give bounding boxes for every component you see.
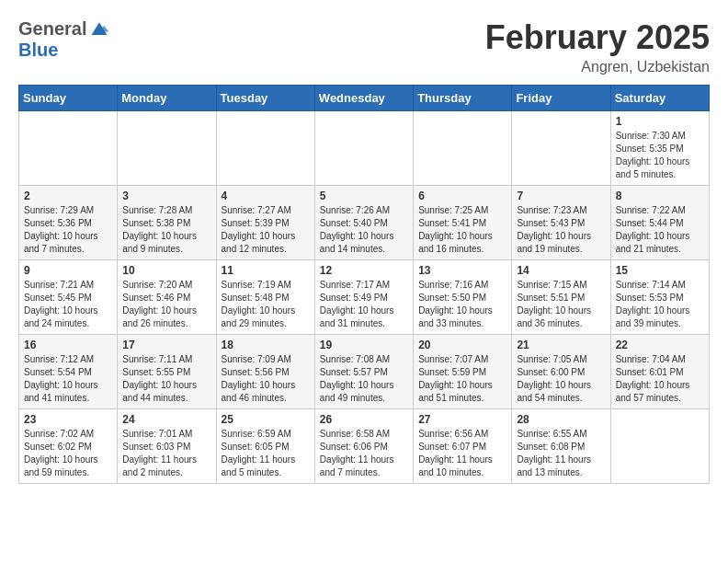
day-info: Sunrise: 7:23 AM Sunset: 5:43 PM Dayligh…	[517, 204, 605, 256]
day-info: Sunrise: 7:16 AM Sunset: 5:50 PM Dayligh…	[418, 279, 506, 330]
calendar-week-row: 16Sunrise: 7:12 AM Sunset: 5:54 PM Dayli…	[19, 335, 710, 409]
day-number: 4	[222, 190, 310, 202]
calendar-cell: 17Sunrise: 7:11 AM Sunset: 5:55 PM Dayli…	[118, 335, 216, 409]
calendar-cell: 24Sunrise: 7:01 AM Sunset: 6:03 PM Dayli…	[118, 409, 216, 484]
calendar-cell: 20Sunrise: 7:07 AM Sunset: 5:59 PM Dayli…	[414, 335, 512, 409]
calendar-cell: 25Sunrise: 6:59 AM Sunset: 6:05 PM Dayli…	[216, 409, 314, 484]
day-info: Sunrise: 7:21 AM Sunset: 5:45 PM Dayligh…	[24, 279, 112, 330]
day-number: 12	[320, 264, 408, 277]
day-info: Sunrise: 7:11 AM Sunset: 5:55 PM Dayligh…	[122, 353, 210, 405]
day-number: 19	[320, 339, 408, 351]
day-number: 20	[418, 339, 506, 351]
day-info: Sunrise: 7:14 AM Sunset: 5:53 PM Dayligh…	[616, 279, 704, 330]
day-number: 14	[517, 264, 605, 277]
day-info: Sunrise: 7:08 AM Sunset: 5:57 PM Dayligh…	[320, 353, 408, 405]
calendar-week-row: 1Sunrise: 7:30 AM Sunset: 5:35 PM Daylig…	[19, 111, 710, 186]
day-number: 17	[122, 339, 210, 351]
day-number: 8	[616, 190, 704, 202]
day-number: 22	[616, 339, 704, 351]
calendar-cell: 16Sunrise: 7:12 AM Sunset: 5:54 PM Dayli…	[19, 335, 118, 409]
day-info: Sunrise: 7:25 AM Sunset: 5:41 PM Dayligh…	[418, 204, 506, 256]
day-number: 9	[24, 264, 112, 277]
day-info: Sunrise: 7:01 AM Sunset: 6:03 PM Dayligh…	[122, 428, 210, 479]
day-number: 21	[517, 339, 605, 351]
calendar-cell	[610, 409, 709, 484]
day-info: Sunrise: 7:15 AM Sunset: 5:51 PM Dayligh…	[517, 279, 605, 330]
day-info: Sunrise: 7:19 AM Sunset: 5:48 PM Dayligh…	[222, 279, 310, 330]
day-info: Sunrise: 6:56 AM Sunset: 6:07 PM Dayligh…	[418, 428, 506, 479]
day-info: Sunrise: 7:29 AM Sunset: 5:36 PM Dayligh…	[24, 204, 112, 256]
calendar-cell	[118, 111, 216, 186]
day-info: Sunrise: 7:26 AM Sunset: 5:40 PM Dayligh…	[320, 204, 408, 256]
calendar-cell: 21Sunrise: 7:05 AM Sunset: 6:00 PM Dayli…	[512, 335, 610, 409]
calendar-cell: 12Sunrise: 7:17 AM Sunset: 5:49 PM Dayli…	[314, 260, 413, 335]
day-info: Sunrise: 7:02 AM Sunset: 6:02 PM Dayligh…	[24, 428, 112, 479]
day-number: 3	[122, 190, 210, 202]
day-number: 15	[616, 264, 704, 277]
day-number: 13	[418, 264, 506, 277]
calendar-cell: 28Sunrise: 6:55 AM Sunset: 6:08 PM Dayli…	[512, 409, 610, 484]
calendar-cell: 11Sunrise: 7:19 AM Sunset: 5:48 PM Dayli…	[216, 260, 314, 335]
calendar-cell: 8Sunrise: 7:22 AM Sunset: 5:44 PM Daylig…	[610, 186, 709, 260]
day-info: Sunrise: 6:55 AM Sunset: 6:08 PM Dayligh…	[517, 428, 605, 479]
day-number: 24	[122, 413, 210, 426]
calendar-cell: 7Sunrise: 7:23 AM Sunset: 5:43 PM Daylig…	[512, 186, 610, 260]
calendar-cell: 2Sunrise: 7:29 AM Sunset: 5:36 PM Daylig…	[19, 186, 118, 260]
calendar-cell: 23Sunrise: 7:02 AM Sunset: 6:02 PM Dayli…	[19, 409, 118, 484]
calendar-header-wednesday: Wednesday	[314, 86, 413, 111]
calendar-header-saturday: Saturday	[610, 86, 709, 111]
calendar-cell: 27Sunrise: 6:56 AM Sunset: 6:07 PM Dayli…	[414, 409, 512, 484]
day-info: Sunrise: 7:20 AM Sunset: 5:46 PM Dayligh…	[122, 279, 210, 330]
page-header: General Blue February 2025 Angren, Uzbek…	[18, 18, 710, 75]
title-block: February 2025 Angren, Uzbekistan	[485, 18, 710, 75]
calendar-cell: 9Sunrise: 7:21 AM Sunset: 5:45 PM Daylig…	[19, 260, 118, 335]
day-info: Sunrise: 7:05 AM Sunset: 6:00 PM Dayligh…	[517, 353, 605, 405]
calendar-week-row: 23Sunrise: 7:02 AM Sunset: 6:02 PM Dayli…	[19, 409, 710, 484]
calendar-cell	[314, 111, 413, 186]
calendar-header-tuesday: Tuesday	[216, 86, 314, 111]
day-number: 28	[517, 413, 605, 426]
day-number: 25	[222, 413, 310, 426]
location-subtitle: Angren, Uzbekistan	[485, 59, 710, 75]
calendar-cell: 13Sunrise: 7:16 AM Sunset: 5:50 PM Dayli…	[414, 260, 512, 335]
calendar-cell	[512, 111, 610, 186]
day-info: Sunrise: 7:17 AM Sunset: 5:49 PM Dayligh…	[320, 279, 408, 330]
day-number: 7	[517, 190, 605, 202]
calendar-header-thursday: Thursday	[414, 86, 512, 111]
calendar-cell: 4Sunrise: 7:27 AM Sunset: 5:39 PM Daylig…	[216, 186, 314, 260]
day-info: Sunrise: 7:30 AM Sunset: 5:35 PM Dayligh…	[616, 130, 704, 181]
day-info: Sunrise: 6:58 AM Sunset: 6:06 PM Dayligh…	[320, 428, 408, 479]
day-number: 27	[418, 413, 506, 426]
calendar-cell: 10Sunrise: 7:20 AM Sunset: 5:46 PM Dayli…	[118, 260, 216, 335]
day-info: Sunrise: 7:22 AM Sunset: 5:44 PM Dayligh…	[616, 204, 704, 256]
day-number: 23	[24, 413, 112, 426]
day-number: 18	[222, 339, 310, 351]
day-number: 10	[122, 264, 210, 277]
day-number: 26	[320, 413, 408, 426]
calendar-cell: 14Sunrise: 7:15 AM Sunset: 5:51 PM Dayli…	[512, 260, 610, 335]
calendar-cell: 3Sunrise: 7:28 AM Sunset: 5:38 PM Daylig…	[118, 186, 216, 260]
calendar-cell	[414, 111, 512, 186]
logo-icon	[88, 20, 110, 39]
calendar-header-monday: Monday	[118, 86, 216, 111]
day-number: 11	[222, 264, 310, 277]
calendar-cell	[19, 111, 118, 186]
calendar-week-row: 9Sunrise: 7:21 AM Sunset: 5:45 PM Daylig…	[19, 260, 710, 335]
calendar-header-sunday: Sunday	[19, 86, 118, 111]
day-info: Sunrise: 7:27 AM Sunset: 5:39 PM Dayligh…	[222, 204, 310, 256]
calendar-week-row: 2Sunrise: 7:29 AM Sunset: 5:36 PM Daylig…	[19, 186, 710, 260]
calendar-cell: 18Sunrise: 7:09 AM Sunset: 5:56 PM Dayli…	[216, 335, 314, 409]
day-number: 6	[418, 190, 506, 202]
month-title: February 2025	[485, 18, 710, 57]
calendar-cell: 5Sunrise: 7:26 AM Sunset: 5:40 PM Daylig…	[314, 186, 413, 260]
calendar-cell: 1Sunrise: 7:30 AM Sunset: 5:35 PM Daylig…	[610, 111, 709, 186]
day-number: 1	[616, 115, 704, 128]
day-info: Sunrise: 7:28 AM Sunset: 5:38 PM Dayligh…	[122, 204, 210, 256]
calendar-header-friday: Friday	[512, 86, 610, 111]
calendar-cell: 15Sunrise: 7:14 AM Sunset: 5:53 PM Dayli…	[610, 260, 709, 335]
day-info: Sunrise: 7:04 AM Sunset: 6:01 PM Dayligh…	[616, 353, 704, 405]
calendar-cell: 26Sunrise: 6:58 AM Sunset: 6:06 PM Dayli…	[314, 409, 413, 484]
day-info: Sunrise: 7:12 AM Sunset: 5:54 PM Dayligh…	[24, 353, 112, 405]
calendar-header-row: SundayMondayTuesdayWednesdayThursdayFrid…	[19, 86, 710, 111]
calendar-table: SundayMondayTuesdayWednesdayThursdayFrid…	[18, 85, 710, 484]
